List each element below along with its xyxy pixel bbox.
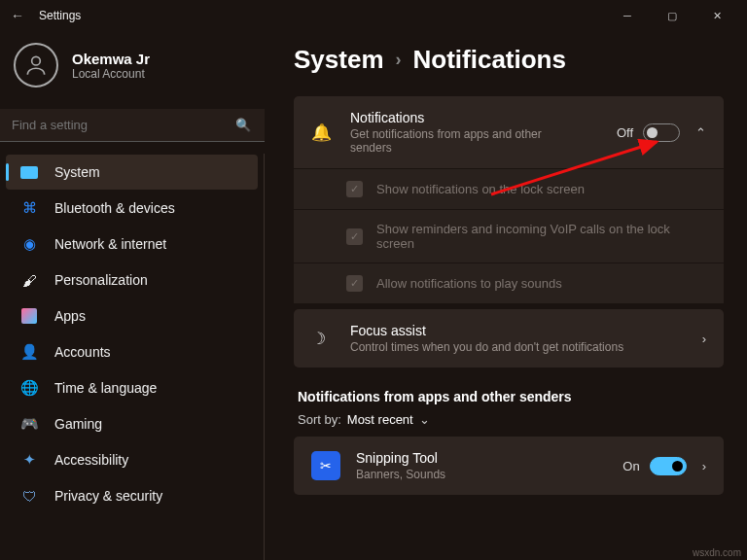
focus-title: Focus assist — [350, 323, 623, 338]
close-button[interactable]: ✕ — [694, 0, 739, 31]
sidebar-item-bluetooth[interactable]: ⌘Bluetooth & devices — [6, 191, 258, 226]
chevron-right-icon: › — [396, 50, 402, 70]
notif-title: Notifications — [350, 110, 574, 125]
sidebar-item-accounts[interactable]: 👤Accounts — [6, 334, 258, 369]
sidebar-item-apps[interactable]: Apps — [6, 298, 258, 333]
sidebar: Okemwa Jr Local Account 🔍 System ⌘Blueto… — [0, 31, 270, 560]
notifications-card: 🔔 Notifications Get notifications from a… — [294, 96, 724, 303]
game-icon: 🎮 — [19, 414, 39, 434]
bell-icon: 🔔 — [311, 122, 333, 143]
breadcrumb-current: Notifications — [413, 45, 566, 75]
shield-icon: 🛡 — [19, 486, 39, 506]
sidebar-item-system[interactable]: System — [6, 155, 258, 190]
sidebar-item-time[interactable]: 🌐Time & language — [6, 370, 258, 405]
globe-icon: 🌐 — [19, 378, 39, 398]
sort-by[interactable]: Sort by: Most recent ⌄ — [298, 412, 724, 427]
sidebar-item-network[interactable]: ◉Network & internet — [6, 227, 258, 262]
watermark: wsxdn.com — [693, 547, 741, 558]
main-content: System › Notifications 🔔 Notifications G… — [270, 31, 747, 560]
sidebar-item-privacy[interactable]: 🛡Privacy & security — [6, 478, 258, 513]
app-name: Snipping Tool — [356, 450, 445, 466]
sub-voip[interactable]: ✓Show reminders and incoming VoIP calls … — [294, 209, 724, 262]
titlebar: ← Settings ─ ▢ ✕ — [0, 0, 747, 31]
checkbox-icon: ✓ — [346, 181, 363, 197]
focus-desc: Control times when you do and don't get … — [350, 340, 623, 354]
chevron-right-icon: › — [702, 459, 706, 473]
brush-icon: 🖌 — [19, 270, 39, 290]
maximize-button[interactable]: ▢ — [650, 0, 694, 31]
person-icon: 👤 — [19, 342, 39, 362]
back-button[interactable]: ← — [8, 8, 27, 23]
chevron-down-icon: ⌄ — [419, 412, 430, 427]
search-input[interactable] — [12, 118, 253, 132]
apps-icon — [19, 306, 39, 326]
moon-icon: ☽ — [311, 329, 333, 349]
focus-assist-card[interactable]: ☽ Focus assist Control times when you do… — [294, 309, 724, 368]
minimize-button[interactable]: ─ — [605, 0, 650, 31]
wifi-icon: ◉ — [19, 234, 39, 254]
checkbox-icon: ✓ — [346, 275, 363, 292]
notifications-row[interactable]: 🔔 Notifications Get notifications from a… — [294, 96, 724, 168]
chevron-up-icon[interactable]: ⌃ — [695, 125, 706, 140]
sub-lockscreen[interactable]: ✓Show notifications on the lock screen — [294, 168, 724, 209]
checkbox-icon: ✓ — [346, 228, 363, 245]
svg-point-0 — [32, 56, 41, 65]
notif-state: Off — [617, 125, 633, 140]
sidebar-item-gaming[interactable]: 🎮Gaming — [6, 406, 258, 441]
snipping-tool-icon: ✂ — [311, 451, 340, 480]
app-toggle[interactable] — [650, 457, 687, 475]
sidebar-item-personalization[interactable]: 🖌Personalization — [6, 262, 258, 298]
user-name: Okemwa Jr — [72, 51, 150, 67]
bluetooth-icon: ⌘ — [19, 198, 39, 218]
breadcrumb-parent[interactable]: System — [294, 45, 384, 75]
avatar — [14, 43, 58, 88]
user-block[interactable]: Okemwa Jr Local Account — [0, 31, 265, 105]
search-icon: 🔍 — [235, 118, 251, 132]
search-box[interactable]: 🔍 — [0, 109, 265, 142]
sub-sounds[interactable]: ✓Allow notifications to play sounds — [294, 262, 724, 303]
notif-toggle[interactable] — [643, 123, 680, 142]
user-account: Local Account — [72, 67, 150, 81]
system-icon — [19, 162, 39, 182]
sidebar-item-accessibility[interactable]: ✦Accessibility — [6, 442, 258, 477]
access-icon: ✦ — [19, 450, 39, 470]
breadcrumb: System › Notifications — [294, 45, 724, 75]
notif-desc: Get notifications from apps and other se… — [350, 127, 574, 155]
nav-list: System ⌘Bluetooth & devices ◉Network & i… — [0, 154, 265, 560]
chevron-right-icon: › — [702, 332, 706, 346]
window-title: Settings — [39, 9, 81, 22]
section-heading: Notifications from apps and other sender… — [298, 389, 724, 404]
app-snipping-tool[interactable]: ✂ Snipping Tool Banners, Sounds On › — [294, 437, 724, 495]
app-state: On — [622, 459, 639, 473]
app-desc: Banners, Sounds — [356, 468, 445, 481]
